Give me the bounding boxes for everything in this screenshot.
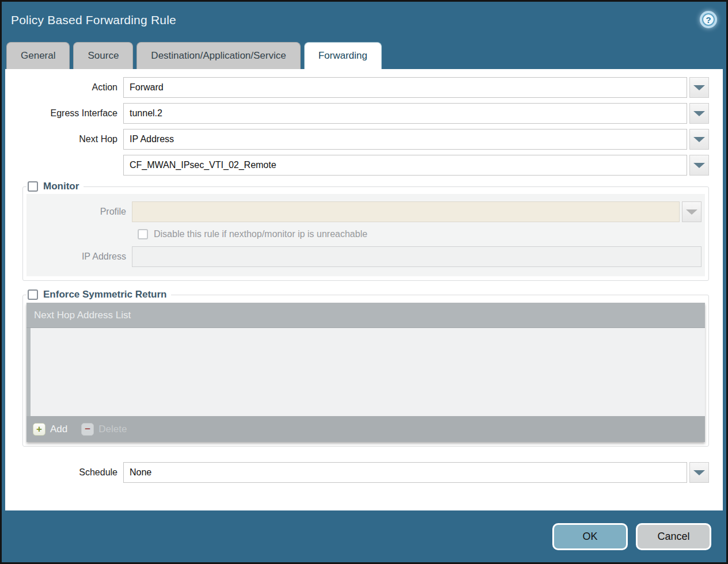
delete-button[interactable]: − Delete [81, 423, 127, 436]
disable-rule-label: Disable this rule if nexthop/monitor ip … [154, 229, 367, 239]
chevron-down-icon [693, 137, 705, 142]
egress-interface-select[interactable]: tunnel.2 [123, 103, 687, 124]
enforce-symmetric-return-title: Enforce Symmetric Return [43, 289, 166, 300]
action-label: Action [10, 82, 123, 93]
dialog-title: Policy Based Forwarding Rule [11, 13, 176, 27]
disable-rule-row: Disable this rule if nexthop/monitor ip … [138, 229, 705, 239]
tab-destination-application-service[interactable]: Destination/Application/Service [136, 42, 300, 69]
monitor-ip-row: IP Address [26, 246, 702, 267]
monitor-ip-label: IP Address [26, 251, 132, 262]
monitor-title: Monitor [43, 181, 79, 192]
next-hop-dropdown-button[interactable] [689, 129, 709, 150]
ok-button[interactable]: OK [552, 523, 628, 550]
monitor-legend: Monitor [26, 181, 84, 192]
schedule-select[interactable]: None [123, 462, 687, 483]
next-hop-address-select[interactable]: CF_MWAN_IPsec_VTI_02_Remote [123, 155, 687, 176]
profile-row: Profile [26, 201, 702, 222]
dialog-footer: OK Cancel [2, 510, 726, 562]
schedule-label: Schedule [10, 467, 123, 478]
monitor-group: Monitor Profile Disable this rule if nex… [22, 181, 709, 281]
egress-interface-label: Egress Interface [10, 108, 123, 119]
tab-forwarding[interactable]: Forwarding [304, 42, 382, 69]
esr-legend: Enforce Symmetric Return [26, 289, 171, 300]
help-icon[interactable]: ? [700, 11, 717, 28]
chevron-down-icon [693, 85, 705, 90]
monitor-ip-input [132, 246, 702, 267]
plus-icon: + [33, 423, 46, 436]
monitor-panel: Profile Disable this rule if nexthop/mon… [26, 194, 705, 276]
next-hop-address-list-footer: + Add − Delete [26, 416, 705, 442]
delete-button-label: Delete [98, 424, 127, 435]
schedule-row: Schedule None [10, 462, 709, 483]
action-select[interactable]: Forward [123, 77, 687, 98]
pbf-rule-dialog: Policy Based Forwarding Rule ? General S… [0, 0, 728, 564]
forwarding-tab-panel: Action Forward Egress Interface tunnel.2… [5, 69, 723, 510]
enforce-symmetric-return-group: Enforce Symmetric Return Next Hop Addres… [22, 289, 709, 447]
question-mark-icon: ? [702, 13, 715, 26]
tab-general[interactable]: General [6, 42, 70, 69]
minus-icon: − [81, 423, 94, 436]
monitor-checkbox[interactable] [28, 181, 38, 192]
chevron-down-icon [693, 470, 705, 475]
next-hop-address-row: CF_MWAN_IPsec_VTI_02_Remote [10, 155, 709, 176]
profile-select [132, 201, 680, 222]
add-button-label: Add [50, 424, 67, 435]
tab-source[interactable]: Source [73, 42, 133, 69]
disable-rule-checkbox [138, 229, 148, 239]
action-row: Action Forward [10, 77, 709, 98]
profile-dropdown-button [682, 201, 702, 222]
next-hop-address-list-header: Next Hop Address List [26, 303, 705, 328]
next-hop-label: Next Hop [10, 134, 123, 144]
tab-bar: General Source Destination/Application/S… [2, 39, 726, 69]
chevron-down-icon [686, 209, 697, 215]
next-hop-address-list-body[interactable] [26, 328, 705, 416]
next-hop-address-list-table: Next Hop Address List + Add − Delete [26, 303, 705, 442]
chevron-down-icon [693, 163, 705, 168]
egress-interface-row: Egress Interface tunnel.2 [10, 103, 709, 124]
add-button[interactable]: + Add [33, 423, 67, 436]
egress-interface-dropdown-button[interactable] [689, 103, 709, 124]
profile-label: Profile [26, 207, 132, 217]
action-dropdown-button[interactable] [689, 77, 709, 98]
cancel-button[interactable]: Cancel [636, 523, 711, 550]
next-hop-row: Next Hop IP Address [10, 129, 709, 150]
next-hop-address-dropdown-button[interactable] [689, 155, 709, 176]
enforce-symmetric-return-checkbox[interactable] [28, 289, 38, 300]
dialog-titlebar: Policy Based Forwarding Rule [2, 2, 726, 39]
next-hop-type-select[interactable]: IP Address [123, 129, 687, 150]
schedule-dropdown-button[interactable] [689, 462, 709, 483]
chevron-down-icon [693, 111, 705, 116]
